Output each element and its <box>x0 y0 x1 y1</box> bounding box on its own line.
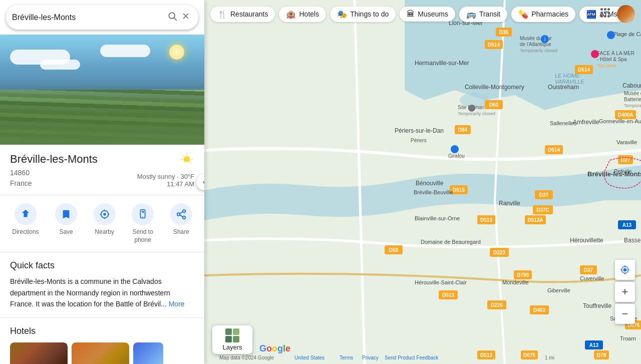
svg-text:D403: D403 <box>533 307 545 313</box>
svg-line-9 <box>183 155 184 156</box>
cloud-decoration <box>100 45 150 57</box>
hotels-icon: 🏨 <box>286 10 296 19</box>
svg-text:Map data ©2024 Google: Map data ©2024 Google <box>219 355 274 360</box>
hotel-card[interactable]: $120 <box>133 342 163 364</box>
svg-text:Bénouville: Bénouville <box>416 180 444 187</box>
svg-text:Hérouvillette: Hérouvillette <box>570 237 603 244</box>
search-input[interactable]: Bréville-les-Monts <box>12 13 165 22</box>
svg-line-10 <box>190 163 191 164</box>
postal-code: 14860 <box>10 168 98 178</box>
hero-image[interactable] <box>0 35 204 145</box>
search-button[interactable] <box>165 9 179 26</box>
svg-text:Plage de Cabourg: Plage de Cabourg <box>613 31 641 37</box>
svg-text:Touffreville: Touffreville <box>583 302 611 309</box>
avatar-image <box>617 5 635 23</box>
svg-text:D37: D37 <box>584 267 593 273</box>
hotels-list: $89 $294 $120 <box>10 342 194 364</box>
pharmacies-label: Pharmacies <box>531 10 568 18</box>
atm-icon: 🏧 <box>586 10 596 19</box>
things-to-do-icon: 🎭 <box>337 10 347 19</box>
more-link[interactable]: More <box>169 300 185 308</box>
filter-transit[interactable]: 🚌 Transit <box>459 7 507 22</box>
share-button[interactable]: Share <box>166 201 196 246</box>
map-controls: + − <box>615 260 635 324</box>
quick-facts-section: Quick facts Bréville-les-Monts is a comm… <box>0 252 204 318</box>
map-area[interactable]: D514 D514 D514 D84 D515 D513 D513A D37 D… <box>204 0 641 364</box>
svg-text:D513: D513 <box>480 352 492 358</box>
nearby-button[interactable]: Nearby <box>90 201 120 246</box>
svg-text:VARAVILLE: VARAVILLE <box>555 79 584 85</box>
nearby-icon <box>94 203 116 225</box>
hotel-card[interactable]: $294 <box>72 342 129 364</box>
clear-search-button[interactable] <box>179 10 192 25</box>
svg-text:Amfreville: Amfreville <box>573 119 599 126</box>
search-bar: Bréville-les-Monts <box>6 5 198 30</box>
svg-text:- Hôtel & Spa: - Hôtel & Spa <box>597 57 627 62</box>
svg-text:Top rated: Top rated <box>597 63 616 68</box>
svg-text:D675: D675 <box>523 352 535 358</box>
svg-text:Périers: Périers <box>411 138 427 143</box>
svg-text:LE HOME-: LE HOME- <box>555 73 582 79</box>
svg-text:Hérouville-Saint-Clair: Hérouville-Saint-Clair <box>415 279 467 285</box>
layers-button[interactable]: Layers <box>212 325 252 354</box>
svg-line-26 <box>180 215 183 217</box>
svg-text:Gonneville-en-Auge: Gonneville-en-Auge <box>599 118 641 124</box>
svg-text:D514: D514 <box>548 147 560 153</box>
svg-text:D400A: D400A <box>617 112 633 118</box>
svg-line-27 <box>180 212 183 214</box>
svg-text:D514: D514 <box>488 42 500 48</box>
filter-museums[interactable]: 🏛 Museums <box>400 7 455 22</box>
user-avatar[interactable] <box>617 5 635 23</box>
pharmacies-icon: 💊 <box>518 10 528 19</box>
filter-restaurants[interactable]: 🍴 Restaurants <box>210 7 275 22</box>
restaurants-label: Restaurants <box>230 10 268 18</box>
svg-text:Temporarily closed: Temporarily closed <box>624 103 641 108</box>
send-to-phone-icon <box>132 203 154 225</box>
svg-text:i: i <box>544 37 545 42</box>
svg-text:Terms: Terms <box>340 355 353 360</box>
svg-text:Hermanville-sur-Mer: Hermanville-sur-Mer <box>415 60 469 67</box>
things-to-do-label: Things to do <box>350 10 389 18</box>
send-to-phone-button[interactable]: Send to phone <box>128 201 158 246</box>
svg-text:D84: D84 <box>458 127 468 133</box>
svg-text:D515: D515 <box>453 187 465 193</box>
weather-time: 11:47 AM <box>167 180 194 188</box>
filter-things-to-do[interactable]: 🎭 Things to do <box>330 7 396 22</box>
quick-facts-text: Bréville-les-Monts is a commune in the C… <box>10 276 194 309</box>
hotel-card[interactable]: $89 <box>10 342 68 364</box>
hotels-section: Hotels $89 $294 $120 <box>0 318 204 364</box>
svg-text:A13: A13 <box>622 222 632 228</box>
svg-rect-14 <box>178 165 189 168</box>
svg-text:D60: D60 <box>389 247 399 253</box>
svg-text:Batterie de Merville: Batterie de Merville <box>624 97 641 102</box>
transit-icon: 🚌 <box>466 10 476 19</box>
svg-point-121 <box>468 105 475 112</box>
directions-icon <box>15 203 37 225</box>
nearby-label: Nearby <box>95 228 114 236</box>
transit-label: Transit <box>479 10 500 18</box>
svg-text:D790: D790 <box>517 272 529 278</box>
museums-icon: 🏛 <box>407 10 415 19</box>
svg-text:Temporarily closed: Temporarily closed <box>458 111 495 116</box>
svg-text:D60: D60 <box>489 102 499 108</box>
hotels-title: Hotels <box>10 326 194 336</box>
svg-point-4 <box>183 156 190 163</box>
apps-menu-button[interactable] <box>597 5 613 21</box>
restaurants-icon: 🍴 <box>217 10 227 19</box>
svg-text:Mondeville: Mondeville <box>502 279 529 285</box>
svg-text:Colleville-Montgomery: Colleville-Montgomery <box>465 84 524 91</box>
svg-text:D35: D35 <box>499 30 509 35</box>
zoom-out-button[interactable]: − <box>615 304 635 324</box>
my-location-button[interactable] <box>615 260 635 280</box>
svg-text:D223: D223 <box>493 250 505 255</box>
directions-label: Directions <box>12 228 39 236</box>
send-to-phone-label: Send to phone <box>132 228 153 244</box>
svg-text:D513: D513 <box>442 292 454 298</box>
filter-hotels[interactable]: 🏨 Hotels <box>279 7 326 22</box>
directions-button[interactable]: Directions <box>8 201 43 246</box>
svg-text:Giberville: Giberville <box>547 287 570 293</box>
share-label: Share <box>173 228 189 236</box>
filter-pharmacies[interactable]: 💊 Pharmacies <box>511 7 575 22</box>
save-button[interactable]: Save <box>51 201 81 246</box>
zoom-in-button[interactable]: + <box>615 282 635 302</box>
